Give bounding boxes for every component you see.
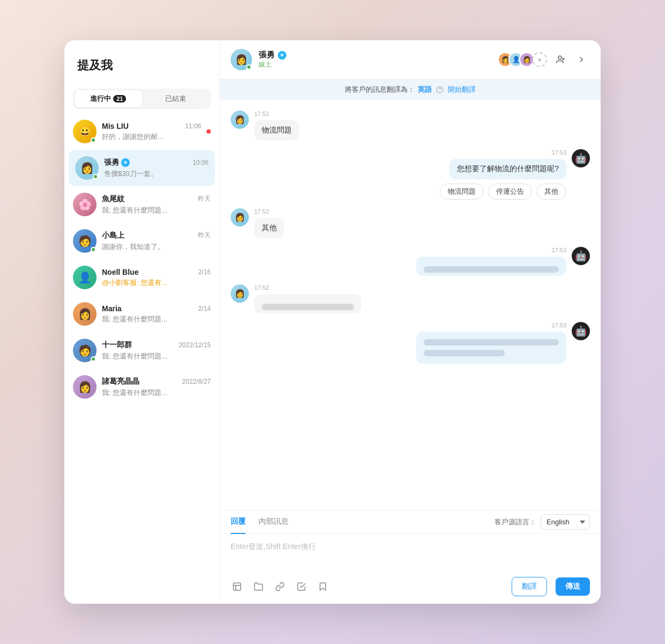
msg-row-m1: 👩 17:52 物流問題 [231, 111, 590, 141]
conv-time: 昨天 [198, 194, 211, 203]
msg-avatar-incoming: 👩 [231, 284, 249, 303]
conv-item-fish[interactable]: 🌸 魚尾紋 昨天 我: 您還有什麼問題... [64, 186, 219, 223]
chat-header-info: 張勇 ✈ 線上 [258, 50, 491, 69]
avatar-wrap: 🌸 [73, 193, 97, 216]
bookmark-icon[interactable] [316, 580, 329, 593]
sidebar-tabs: 進行中 21 已結束 [73, 89, 211, 109]
status-online [93, 174, 98, 179]
msg-content: 17:53 您想要了解物流的什麼問題呢? 物流問題 停運公告 其他 [440, 149, 566, 200]
tab-in-progress[interactable]: 進行中 21 [75, 90, 142, 107]
conv-info: 小島上 昨天 謝謝你，我知道了。 [102, 231, 211, 252]
mute-button[interactable] [551, 51, 568, 68]
msg-double-loading [416, 332, 566, 364]
msg-content: 17:52 其他 [254, 208, 284, 238]
quick-reply-other[interactable]: 其他 [536, 184, 566, 200]
conv-item-eleven[interactable]: 🧑 十一郎群 2022/12/15 我: 您還有什麼問題... [64, 332, 219, 369]
quick-reply-suspension[interactable]: 停運公告 [488, 184, 532, 200]
msg-time: 17:53 [551, 322, 566, 328]
add-member-button[interactable]: + [532, 52, 547, 67]
avatar-maria: 👩 [73, 302, 97, 326]
conv-time: 昨天 [198, 231, 211, 240]
chat-messages: 👩 17:52 物流問題 🤖 17:53 您想要了解物流的什麼問題呢? 物流問題… [220, 100, 601, 510]
folder-icon[interactable] [252, 580, 265, 593]
msg-avatar-incoming: 👩 [231, 208, 249, 226]
chat-header-avatar: 👩 [231, 49, 252, 70]
format-icon[interactable] [231, 580, 243, 593]
msg-row-m6: 🤖 17:53 [231, 322, 590, 364]
msg-bubble-m3: 其他 [254, 218, 284, 238]
msg-time: 17:52 [254, 284, 361, 291]
conv-item-maria[interactable]: 👩 Maria 2/14 我: 您還有什麼問題... [64, 296, 219, 332]
conv-item-island[interactable]: 🧑 小島上 昨天 謝謝你，我知道了。 [64, 223, 219, 259]
conv-info: Noell Blue 2/16 @小劉客服: 您還有... [102, 268, 211, 288]
header-actions: 👩 👤 👩 + [498, 51, 590, 68]
avatar-wrap: 😀 [73, 120, 97, 143]
checklist-icon[interactable] [295, 580, 308, 593]
telegram-icon: ✈ [121, 158, 130, 167]
translation-lang[interactable]: 英語 [418, 85, 432, 94]
link-icon[interactable] [274, 580, 286, 593]
msg-row-m3: 👩 17:52 其他 [231, 208, 590, 238]
bot-avatar: 🤖 [572, 149, 590, 167]
status-online [91, 247, 96, 252]
avatar-wrap: 🧑 [73, 339, 97, 362]
tab-reply[interactable]: 回覆 [231, 510, 246, 534]
conv-time: 10:06 [193, 159, 209, 166]
chat-input-area: 回覆 內部訊息 客戶源語言： English 繁體中文 日本語 Enter發送,… [220, 510, 601, 604]
avatar-fish: 🌸 [73, 193, 97, 216]
msg-content: 17:52 [254, 284, 361, 313]
msg-row-m2: 🤖 17:53 您想要了解物流的什麼問題呢? 物流問題 停運公告 其他 [231, 149, 590, 200]
conv-item-mis-liu[interactable]: 😀 Mis LIU 11:06 好的，謝謝您的耐... [64, 113, 219, 150]
conv-preview: 售價$30刀一套。 [104, 169, 209, 179]
conv-info: 十一郎群 2022/12/15 我: 您還有什麼問題... [102, 340, 211, 361]
conv-item-zhu[interactable]: 👩 諸葛亮晶晶 2022/8/27 我: 您還有什麼問題... [64, 369, 219, 405]
lang-select[interactable]: English 繁體中文 日本語 [541, 514, 590, 530]
conv-info: 張勇 ✈ 10:06 售價$30刀一套。 [104, 158, 209, 179]
status-online [91, 137, 96, 143]
app-window: 提及我 進行中 21 已結束 😀 Mis LIU 11:06 [64, 40, 601, 604]
message-input-area[interactable]: Enter發送,Shift Enter換行 [220, 534, 601, 572]
header-telegram-icon: ✈ [278, 51, 286, 60]
conv-info: Mis LIU 11:06 好的，謝謝您的耐... [102, 122, 201, 142]
avatar-wrap: 👩 [73, 302, 97, 326]
tab-ended[interactable]: 已結束 [142, 90, 210, 107]
input-placeholder: Enter發送,Shift Enter換行 [231, 542, 316, 551]
transfer-button[interactable] [573, 51, 590, 68]
conv-item-noell[interactable]: 👤 Noell Blue 2/16 @小劉客服: 您還有... [64, 259, 219, 296]
conv-item-zhang-yong[interactable]: 👩 張勇 ✈ 10:06 售價$30刀一套。 [69, 150, 215, 186]
unread-dot [206, 129, 211, 134]
avatar-wrap: 👩 [75, 156, 99, 180]
translation-start-button[interactable]: 開始翻譯 [448, 85, 476, 94]
help-icon [436, 86, 444, 93]
msg-loading-bar [254, 294, 361, 313]
status-online [91, 356, 96, 362]
translate-button[interactable]: 翻譯 [512, 577, 547, 596]
svg-rect-5 [233, 583, 241, 590]
conv-name: 小島上 [102, 231, 124, 240]
avatar-noell: 👤 [73, 266, 97, 289]
conv-info: 諸葛亮晶晶 2022/8/27 我: 您還有什麼問題... [102, 377, 211, 398]
input-tabs: 回覆 內部訊息 客戶源語言： English 繁體中文 日本語 [220, 510, 601, 534]
conv-time: 11:06 [185, 122, 201, 130]
conv-preview: 我: 您還有什麼問題... [102, 352, 211, 361]
svg-point-0 [558, 56, 561, 59]
conv-time: 2/14 [198, 305, 211, 312]
msg-content: 17:52 物流問題 [254, 111, 299, 141]
lang-label: 客戶源語言： [494, 517, 536, 527]
quick-reply-logistics[interactable]: 物流問題 [440, 184, 484, 200]
sidebar-title: 提及我 [77, 57, 206, 74]
msg-time: 17:52 [254, 111, 299, 117]
msg-bubble-m2: 您想要了解物流的什麼問題呢? [449, 159, 566, 179]
conv-preview: 我: 您還有什麼問題... [102, 388, 211, 398]
conv-name: Noell Blue [102, 268, 138, 276]
conversation-list: 😀 Mis LIU 11:06 好的，謝謝您的耐... 👩 [64, 109, 219, 604]
tab-internal[interactable]: 內部訊息 [258, 510, 289, 534]
chat-header-name: 張勇 ✈ [258, 50, 491, 60]
translation-banner: 將客戶的訊息翻譯為： 英語 開始翻譯 [220, 79, 601, 100]
conv-preview: 我: 您還有什麼問題... [102, 314, 211, 324]
avatar-wrap: 👩 [73, 375, 97, 399]
msg-bubble-m1: 物流問題 [254, 120, 299, 141]
quick-replies: 物流問題 停運公告 其他 [440, 184, 566, 200]
msg-time: 17:53 [551, 247, 566, 253]
send-button[interactable]: 傳送 [556, 577, 590, 596]
